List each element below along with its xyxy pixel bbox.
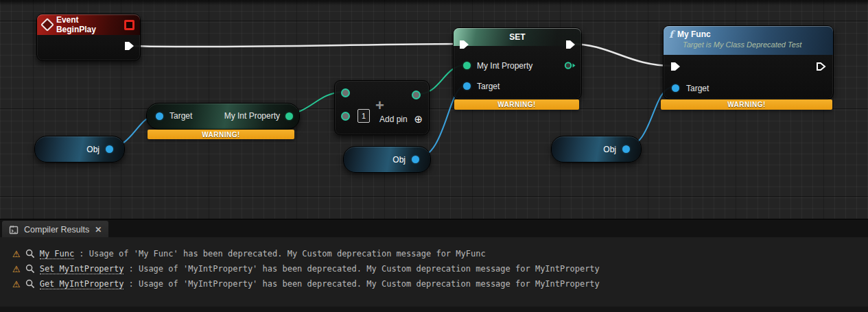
add-default-value-field[interactable]: 1 bbox=[357, 109, 370, 123]
my-func-subtitle: Target is My Class Deprecated Test bbox=[683, 40, 801, 49]
add-output-pin[interactable] bbox=[412, 91, 421, 99]
exec-in-pin[interactable] bbox=[670, 62, 681, 71]
obj-output-pin[interactable] bbox=[622, 145, 630, 153]
node-obj-2[interactable]: Obj bbox=[343, 146, 431, 173]
panel-bottom-strip bbox=[0, 307, 868, 312]
warning-text: WARNING! bbox=[497, 101, 536, 108]
warning-triangle-icon: ⚠ bbox=[12, 279, 21, 289]
value-pin-label: My Int Property bbox=[477, 61, 532, 71]
warning-triangle-icon: ⚠ bbox=[12, 264, 21, 274]
add-input-pin-a[interactable] bbox=[341, 88, 350, 97]
warning-banner-set: WARNING! bbox=[454, 99, 579, 110]
node-obj-3[interactable]: Obj bbox=[551, 136, 642, 163]
exec-out-pin[interactable] bbox=[565, 40, 576, 49]
node-event-beginplay[interactable]: Event BeginPlay bbox=[36, 14, 141, 61]
message-node-link[interactable]: Get MyIntProperty bbox=[40, 279, 124, 289]
target-pin-label: Target bbox=[686, 84, 709, 93]
function-icon: f bbox=[669, 29, 673, 40]
node-set-my-int-property[interactable]: SET My Int Property Target bbox=[453, 27, 582, 99]
event-beginplay-title: Event BeginPlay bbox=[56, 15, 120, 34]
target-input-pin[interactable] bbox=[463, 82, 471, 90]
warning-text: WARNING! bbox=[202, 131, 240, 139]
add-pin-label[interactable]: Add pin bbox=[379, 115, 408, 124]
compiler-message-row: ⚠ Set MyIntProperty : Usage of 'MyIntPro… bbox=[12, 262, 600, 276]
add-pin-icon[interactable]: ⊕ bbox=[414, 114, 423, 124]
event-beginplay-header: Event BeginPlay bbox=[37, 14, 140, 35]
value-pin-label: My Int Property bbox=[224, 111, 280, 121]
compiler-message-row: ⚠ My Func : Usage of 'My Func' has been … bbox=[12, 247, 486, 261]
obj-output-pin[interactable] bbox=[412, 156, 419, 163]
warning-triangle-icon: ⚠ bbox=[12, 249, 21, 259]
exec-wire-beginplay-to-set[interactable] bbox=[130, 44, 461, 47]
obj-label: Obj bbox=[603, 145, 616, 154]
my-func-header: f My Func Target is My Class Deprecated … bbox=[664, 26, 833, 55]
warning-text: WARNING! bbox=[727, 101, 766, 108]
warning-banner-getter: WARNING! bbox=[148, 130, 294, 139]
my-func-title: My Func bbox=[677, 29, 711, 39]
node-obj-1[interactable]: Obj bbox=[34, 136, 125, 163]
tab-compiler-results[interactable]: Compiler Results ✕ bbox=[2, 221, 108, 238]
tab-title: Compiler Results bbox=[24, 225, 89, 235]
node-add[interactable]: 1 + Add pin ⊕ bbox=[334, 80, 430, 135]
obj-label: Obj bbox=[392, 155, 406, 165]
search-icon[interactable] bbox=[25, 249, 35, 259]
obj-label: Obj bbox=[86, 145, 99, 154]
target-input-pin[interactable] bbox=[672, 84, 679, 92]
value-output-pin[interactable] bbox=[285, 112, 293, 120]
compiler-results-log[interactable]: ⚠ My Func : Usage of 'My Func' has been … bbox=[0, 237, 868, 307]
search-icon[interactable] bbox=[25, 264, 35, 274]
message-node-link[interactable]: Set MyIntProperty bbox=[40, 264, 124, 274]
compiler-results-icon bbox=[9, 225, 19, 235]
target-pin-label: Target bbox=[477, 82, 500, 91]
target-pin-label: Target bbox=[169, 111, 192, 121]
blueprint-graph-canvas[interactable]: Event BeginPlay Target My Int Property W… bbox=[0, 0, 868, 219]
plus-icon: + bbox=[375, 98, 384, 113]
compiler-results-tab-bar: Compiler Results ✕ bbox=[0, 219, 868, 238]
node-get-my-int-property[interactable]: Target My Int Property bbox=[146, 103, 300, 130]
tab-close-icon[interactable]: ✕ bbox=[95, 225, 102, 235]
exec-in-pin[interactable] bbox=[459, 40, 469, 49]
message-text: : Usage of 'MyIntProperty' has been depr… bbox=[128, 264, 599, 274]
exec-wire-set-to-myfunc[interactable] bbox=[571, 44, 673, 66]
message-node-link[interactable]: My Func bbox=[40, 249, 75, 259]
set-header: SET bbox=[454, 28, 581, 46]
value-input-pin[interactable] bbox=[463, 62, 471, 69]
target-input-pin[interactable] bbox=[156, 112, 163, 120]
set-title: SET bbox=[509, 32, 525, 42]
compiler-message-row: ⚠ Get MyIntProperty : Usage of 'MyIntPro… bbox=[12, 277, 600, 291]
search-icon[interactable] bbox=[25, 279, 35, 289]
message-text: : Usage of 'MyIntProperty' has been depr… bbox=[128, 279, 599, 289]
exec-out-pin[interactable] bbox=[124, 41, 134, 51]
message-text: : Usage of 'My Func' has been deprecated… bbox=[79, 249, 485, 259]
node-my-func[interactable]: f My Func Target is My Class Deprecated … bbox=[663, 25, 834, 99]
delegate-box-icon[interactable] bbox=[124, 20, 134, 30]
event-icon bbox=[40, 18, 54, 32]
obj-output-pin[interactable] bbox=[106, 145, 113, 153]
exec-out-pin[interactable] bbox=[816, 62, 826, 71]
add-input-pin-b[interactable] bbox=[341, 112, 350, 121]
warning-banner-myfunc: WARNING! bbox=[661, 99, 832, 110]
value-output-ref-pin[interactable] bbox=[564, 61, 576, 70]
